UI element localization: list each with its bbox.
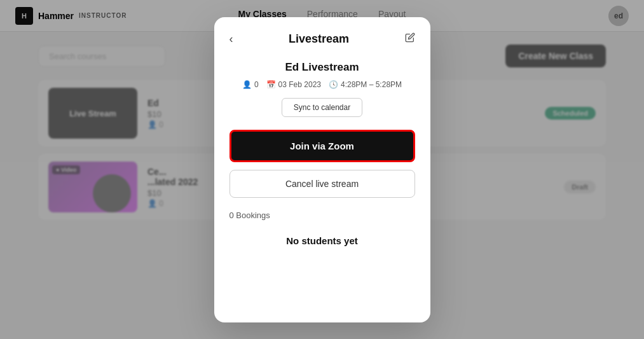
stream-date: 03 Feb 2023 (278, 80, 321, 89)
livestream-modal: ‹ Livestream Ed Livestream 👤 0 📅 03 Feb … (214, 17, 430, 322)
stream-title: Ed Livestream (230, 61, 415, 74)
edit-icon (405, 32, 415, 43)
stream-time: 4:28PM – 5:28PM (341, 80, 402, 89)
stream-meta: 👤 0 📅 03 Feb 2023 🕓 4:28PM – 5:28PM (230, 80, 415, 89)
clock-icon: 🕓 (329, 80, 338, 89)
sync-calendar-button[interactable]: Sync to calendar (282, 98, 362, 117)
date-meta: 📅 03 Feb 2023 (266, 80, 321, 89)
attendees-meta: 👤 0 (242, 80, 259, 89)
attendees-icon: 👤 (242, 80, 252, 89)
bookings-count: 0 Bookings (230, 211, 415, 220)
back-button[interactable]: ‹ (230, 33, 233, 45)
modal-body: Ed Livestream 👤 0 📅 03 Feb 2023 🕓 4:28PM… (230, 61, 415, 246)
time-meta: 🕓 4:28PM – 5:28PM (329, 80, 402, 89)
cancel-stream-button[interactable]: Cancel live stream (230, 170, 415, 198)
attendees-count: 0 (254, 80, 259, 89)
edit-button[interactable] (405, 32, 415, 45)
modal-header: ‹ Livestream (230, 32, 415, 46)
no-students-label: No students yet (230, 235, 415, 246)
calendar-icon: 📅 (266, 80, 276, 89)
modal-overlay[interactable]: ‹ Livestream Ed Livestream 👤 0 📅 03 Feb … (0, 0, 644, 339)
join-zoom-button[interactable]: Join via Zoom (230, 130, 415, 162)
modal-title: Livestream (289, 32, 349, 46)
